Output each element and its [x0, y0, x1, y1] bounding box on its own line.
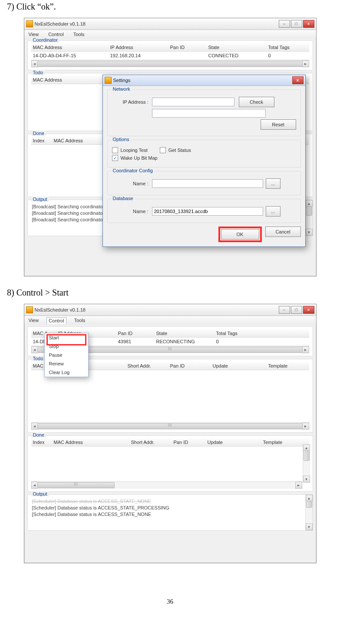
menu-item-start[interactable]: Start: [45, 333, 88, 342]
cell-tags: 0: [215, 338, 253, 345]
coord-name-input[interactable]: [152, 179, 263, 188]
wakeup-checkbox[interactable]: ✓Wake Up Bit Map: [112, 155, 158, 161]
db-browse-button[interactable]: ...: [266, 206, 281, 217]
col-pan[interactable]: Pan ID: [116, 329, 155, 337]
menu-bar: View Control Tools: [24, 316, 316, 325]
menu-view[interactable]: View: [27, 317, 41, 323]
app-icon: [26, 20, 33, 27]
menu-item-renew[interactable]: Renew: [45, 359, 88, 368]
scroll-right-icon[interactable]: ►: [295, 482, 302, 489]
coordinator-group: Coordinator MAC Address IP Address Pan I…: [27, 40, 313, 70]
maximize-button[interactable]: □: [291, 20, 302, 28]
dialog-title: Settings: [113, 78, 292, 83]
cell-pan: 43981: [116, 338, 155, 345]
col-pan[interactable]: Pan ID: [168, 362, 211, 370]
settings-dialog: Settings × Network IP Address : Check: [102, 75, 306, 247]
dialog-close-button[interactable]: ×: [292, 76, 304, 84]
group-caption: Network: [111, 86, 132, 92]
done-hscroll[interactable]: ◄ ||| ►: [31, 481, 302, 489]
scroll-right-icon[interactable]: ►: [302, 60, 309, 67]
page-number: 36: [4, 598, 336, 605]
col-template[interactable]: Template: [261, 438, 304, 446]
scroll-grip-icon: |||: [168, 346, 172, 350]
output-line: [Scheduler] Database status is ACCESS_ST…: [32, 511, 308, 518]
scroll-right-icon[interactable]: ►: [302, 423, 309, 430]
coordinator-config-group: Coordinator Config Name : ...: [107, 171, 301, 195]
wakeup-label: Wake Up Bit Map: [121, 155, 158, 161]
looping-test-label: Looping Test: [121, 148, 148, 153]
menu-tools[interactable]: Tools: [72, 31, 86, 37]
col-pan[interactable]: Pan ID: [172, 438, 206, 446]
coordinator-hscroll[interactable]: ◄ ►: [31, 60, 309, 67]
group-caption: Coordinator: [31, 37, 59, 43]
scroll-right-icon[interactable]: ►: [302, 346, 309, 353]
check-button[interactable]: Check: [239, 97, 274, 107]
group-caption: Coordinator Config: [111, 168, 155, 173]
window-title: NxEslScheduler v0.1.18: [35, 21, 279, 26]
col-tags[interactable]: Total Tags: [267, 43, 305, 51]
title-bar: NxEslScheduler v0.1.18 – □ ×: [24, 18, 316, 30]
scroll-down-icon[interactable]: ▼: [303, 476, 310, 483]
db-name-input[interactable]: [152, 207, 263, 216]
group-caption: Options: [111, 137, 131, 142]
app-window-2: NxEslScheduler v0.1.18 – □ × View Contro…: [24, 304, 317, 563]
col-update[interactable]: Update: [211, 362, 267, 370]
menu-bar: View Control Tools: [24, 30, 316, 39]
menu-tools[interactable]: Tools: [73, 317, 87, 323]
done-vscroll[interactable]: ▲ ▼: [303, 444, 310, 483]
ip-result-input[interactable]: [152, 109, 266, 118]
menu-item-pause[interactable]: Pause: [45, 351, 88, 359]
cell-pan: [168, 52, 207, 59]
ok-button[interactable]: OK: [221, 229, 259, 240]
col-short-addr[interactable]: Short Addr.: [126, 362, 168, 370]
minimize-button[interactable]: –: [279, 306, 290, 314]
reset-button[interactable]: Reset: [261, 119, 296, 130]
looping-test-checkbox[interactable]: Looping Test: [112, 147, 148, 153]
control-dropdown: Start Stop Pause Renew Clear Log: [44, 333, 89, 377]
group-caption: Done: [31, 131, 46, 136]
close-button[interactable]: ×: [303, 306, 314, 314]
cell-state: CONNECTED: [207, 52, 267, 59]
ip-address-input[interactable]: [152, 98, 234, 106]
network-group: Network IP Address : Check Reset: [107, 89, 301, 136]
menu-control[interactable]: Control: [46, 31, 65, 37]
col-mac[interactable]: MAC Address: [31, 43, 109, 51]
minimize-button[interactable]: –: [279, 20, 290, 28]
ip-address-label: IP Address :: [112, 99, 152, 105]
output-vscroll[interactable]: ▲ ▼: [305, 200, 313, 236]
todo-hscroll[interactable]: ◄ ||| ►: [31, 422, 309, 430]
coord-browse-button[interactable]: ...: [266, 178, 281, 189]
output-vscroll[interactable]: ▲ ▼: [305, 495, 313, 530]
scroll-down-icon[interactable]: ▼: [306, 229, 313, 236]
col-ip[interactable]: IP Address: [109, 43, 168, 51]
app-window-1: NxEslScheduler v0.1.18 – □ × View Contro…: [24, 18, 317, 276]
output-line: [Scheduler] Database status is ACCESS_ST…: [32, 498, 308, 505]
close-button[interactable]: ×: [303, 20, 314, 28]
menu-control[interactable]: Control: [46, 317, 66, 324]
col-tags[interactable]: Total Tags: [215, 329, 253, 337]
dialog-icon: [105, 77, 112, 84]
col-pan[interactable]: Pan ID: [168, 43, 207, 51]
app-icon: [26, 306, 33, 313]
db-name-label: Name :: [112, 209, 152, 214]
col-update[interactable]: Update: [206, 438, 261, 446]
database-group: Database Name : ...: [107, 199, 301, 223]
col-index[interactable]: Index: [31, 137, 52, 145]
cell-ip: 192.168.20.14: [109, 52, 168, 59]
maximize-button[interactable]: □: [291, 306, 302, 314]
scroll-down-icon[interactable]: ▼: [306, 523, 313, 530]
menu-view[interactable]: View: [27, 31, 41, 37]
col-template[interactable]: Template: [267, 362, 309, 370]
cancel-button[interactable]: Cancel: [265, 227, 301, 237]
step-7-heading: 7) Click “ok”.: [7, 2, 336, 12]
col-state[interactable]: State: [155, 329, 215, 337]
col-index[interactable]: Index: [31, 438, 52, 446]
menu-item-clear-log[interactable]: Clear Log: [45, 368, 88, 377]
col-state[interactable]: State: [207, 43, 267, 51]
menu-item-stop[interactable]: Stop: [45, 342, 88, 351]
get-status-checkbox[interactable]: Get Status: [160, 147, 191, 153]
options-group: Options Looping Test Get Status ✓Wake Up…: [107, 140, 301, 168]
col-mac[interactable]: MAC Address: [52, 438, 129, 446]
col-short-addr[interactable]: Short Addr.: [129, 438, 172, 446]
title-bar: NxEslScheduler v0.1.18 – □ ×: [24, 304, 316, 316]
